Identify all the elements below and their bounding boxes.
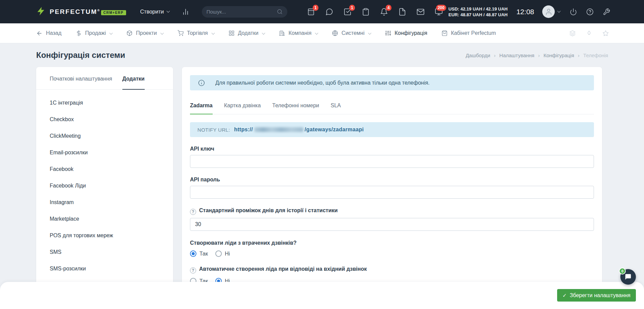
tab-initial-settings[interactable]: Початкові налаштування: [50, 67, 112, 90]
api-password-field: API пароль: [190, 177, 594, 199]
sidebar-list: 1С інтеграція Checkbox ClickMeeting Emai…: [36, 90, 173, 282]
chevron-down-icon: [557, 9, 561, 13]
tab-zadarma[interactable]: Zadarma: [190, 99, 213, 114]
notifications-button[interactable]: 4: [380, 8, 388, 16]
chat-bubble-icon: [624, 273, 632, 281]
mail-button[interactable]: [416, 8, 425, 16]
create-menu-button[interactable]: Створити: [140, 9, 169, 15]
nav-projects[interactable]: Проекти: [126, 30, 163, 36]
search-box[interactable]: [202, 6, 287, 18]
radio-missed-yes[interactable]: Так: [190, 250, 208, 257]
messenger-button[interactable]: [325, 8, 333, 16]
tools-button[interactable]: [603, 8, 610, 16]
breadcrumb: Дашборди › Налаштування › Конфігурація ›…: [466, 52, 608, 58]
breadcrumb-separator: ›: [538, 52, 540, 58]
main-nav: Назад Продажі Проекти Торгівля Додатки К…: [0, 23, 644, 43]
sliders-icon: [385, 30, 391, 36]
sidebar-item-sms[interactable]: SMS: [36, 244, 173, 260]
bag-icon: [442, 30, 448, 36]
search-icon: [277, 9, 283, 15]
usd-rate: USD: 42.19 UAH / 42.19 UAH: [449, 6, 508, 12]
sidebar-item-sms-mailing[interactable]: SMS-розсилки: [36, 260, 173, 277]
help-circle-icon: ?: [190, 267, 196, 273]
monitor-badge: 200: [436, 5, 446, 11]
search-input[interactable]: [207, 9, 277, 15]
sidebar-item-email[interactable]: Email-розсилки: [36, 144, 173, 161]
sidebar-item-facebook-leads[interactable]: Facebook Ліди: [36, 177, 173, 194]
logout-button[interactable]: [570, 8, 577, 16]
nav-company[interactable]: Компанія: [279, 30, 318, 36]
breadcrumb-configuration[interactable]: Конфігурація: [544, 52, 574, 58]
tab-addons[interactable]: Додатки: [122, 67, 145, 90]
nav-actions: [569, 30, 609, 37]
power-icon: [570, 8, 577, 16]
perfectum-app: PERFECTUM® CRM+ERP Створити 1: [0, 0, 644, 309]
save-settings-button[interactable]: ✓ Зберегти налаштування: [557, 289, 636, 302]
tab-call-card[interactable]: Картка дзвінка: [224, 99, 261, 114]
info-icon: [198, 80, 205, 86]
favorites-button[interactable]: [602, 30, 609, 37]
nav-cabinet[interactable]: Кабінет Perfectum: [442, 30, 496, 36]
grid-icon: [229, 30, 235, 36]
user-menu[interactable]: [542, 5, 560, 18]
api-password-input[interactable]: [190, 186, 594, 199]
star-icon: [602, 30, 609, 37]
currency-rates: USD: 42.19 UAH / 42.19 UAH EUR: 48.87 UA…: [449, 6, 508, 18]
tab-sla[interactable]: SLA: [331, 99, 341, 114]
nav-sales[interactable]: Продажі: [76, 30, 112, 36]
chat-widget-button[interactable]: 0: [620, 269, 636, 285]
sidebar-item-instagram[interactable]: Instagram: [36, 194, 173, 211]
chevron-down-icon: [166, 9, 170, 13]
logo-sub-badge: CRM+ERP: [101, 10, 126, 15]
breadcrumb-dashboards[interactable]: Дашборди: [466, 52, 490, 58]
sidebar-item-facebook[interactable]: Facebook: [36, 161, 173, 177]
breadcrumb-settings[interactable]: Налаштування: [499, 52, 534, 58]
radio-button[interactable]: [215, 250, 222, 257]
nav-trade[interactable]: Торгівля: [177, 30, 214, 36]
clipboard-button[interactable]: [362, 8, 370, 16]
breadcrumb-telephony: Телефонія: [583, 52, 608, 58]
sidebar-item-checkbox[interactable]: Checkbox: [36, 111, 173, 128]
nav-back[interactable]: Назад: [36, 30, 62, 37]
stats-button[interactable]: [182, 8, 190, 16]
api-key-input[interactable]: [190, 155, 594, 168]
sidebar-tabs: Початкові налаштування Додатки: [36, 67, 173, 90]
monitor-button[interactable]: 200: [435, 8, 443, 16]
topbar: PERFECTUM® CRM+ERP Створити 1: [0, 0, 644, 23]
chat-badge: 0: [619, 268, 626, 274]
sidebar-item-pos[interactable]: POS для торгових мереж: [36, 227, 173, 244]
clock: 12:08: [516, 8, 534, 16]
globe-icon: [332, 30, 338, 36]
help-button[interactable]: [586, 8, 594, 16]
sidebar-item-1c[interactable]: 1С інтеграція: [36, 94, 173, 111]
nav-addons[interactable]: Додатки: [229, 30, 265, 36]
layers-button[interactable]: [569, 30, 576, 37]
chevron-down-icon: [211, 31, 215, 35]
alert-text: Для правильної роботи системи необхідно,…: [215, 80, 430, 86]
check-icon: ✓: [563, 292, 567, 299]
box-icon: [126, 30, 133, 36]
page-title: Конфігурація системи: [36, 50, 125, 60]
chevron-down-icon: [368, 31, 372, 35]
logo-icon: [36, 6, 46, 18]
sidebar-item-clickmeeting[interactable]: ClickMeeting: [36, 128, 173, 144]
chevron-down-icon: [262, 31, 265, 35]
history-days-input[interactable]: [190, 218, 594, 231]
documents-button[interactable]: [398, 8, 406, 16]
radio-button-checked[interactable]: [190, 250, 196, 257]
sidebar-item-marketplace[interactable]: Marketplace: [36, 211, 173, 227]
notify-url-value: https:// /gateways/zadarmaapi: [234, 127, 364, 133]
history-days-field: ?Стандартний проміжок днів для історії і…: [190, 207, 594, 231]
perfectum-logo[interactable]: PERFECTUM® CRM+ERP: [36, 6, 126, 18]
radio-missed-no[interactable]: Ні: [215, 250, 230, 257]
nav-system[interactable]: Системні: [332, 30, 371, 36]
nav-configuration[interactable]: Конфігурація: [385, 30, 427, 36]
footer-bar: ✓ Зберегти налаштування: [0, 282, 644, 309]
tasks-button[interactable]: 1: [343, 8, 352, 16]
calculator-button[interactable]: 1: [307, 8, 315, 16]
telephony-tabs: Zadarma Картка дзвінка Телефонні номери …: [190, 99, 594, 114]
hot-button[interactable]: [586, 30, 592, 37]
tab-phone-numbers[interactable]: Телефонні номери: [272, 99, 319, 114]
notify-url-label: NOTIFY URL:: [197, 127, 230, 133]
flame-icon: [586, 30, 592, 37]
